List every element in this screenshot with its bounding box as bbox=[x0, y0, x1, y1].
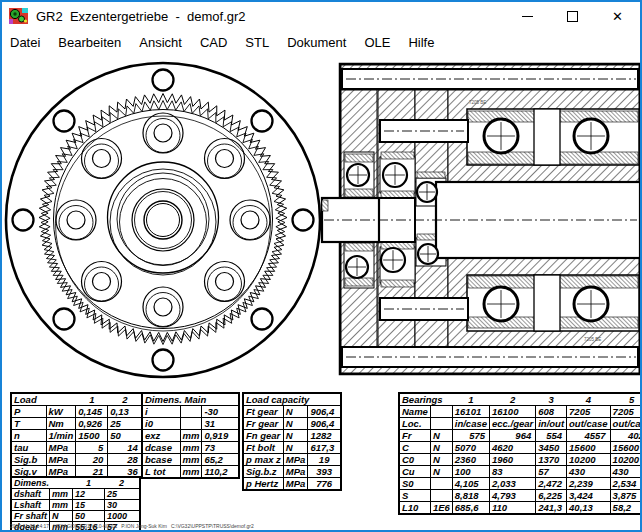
bearing-label-bottom: 7205 BE bbox=[584, 337, 601, 342]
table-row: C0N2360196013701020010200 bbox=[399, 454, 642, 466]
table-cell: 110,2 bbox=[202, 466, 239, 479]
table-cell: 16101 bbox=[452, 406, 489, 418]
table-row: CuN1008357430430 bbox=[399, 466, 642, 478]
table-cell: p max z bbox=[243, 454, 283, 466]
minimize-button[interactable] bbox=[505, 2, 550, 30]
table-header-cell: 2 bbox=[105, 477, 140, 489]
table-row: Ft boltN617,3 bbox=[243, 442, 341, 454]
table-cell: 1960 bbox=[490, 454, 536, 466]
front-view-drawing bbox=[6, 63, 320, 377]
menu-bar: Datei Bearbeiten Ansicht CAD STL Dokumen… bbox=[2, 30, 640, 54]
table-cell: 19 bbox=[308, 454, 341, 466]
table-cell: Fr gear bbox=[243, 418, 283, 430]
table-cell: 430 bbox=[567, 466, 611, 478]
menu-item-ole[interactable]: OLE bbox=[355, 35, 399, 50]
title-bar[interactable]: GR2 Exzentergetriebe - demof.gr2 ✕ bbox=[2, 2, 640, 30]
table-cell: 0,919 bbox=[202, 430, 239, 442]
section-view-drawing: 7205 BE 7205 BE bbox=[322, 64, 640, 374]
table-cell: mm bbox=[180, 430, 202, 442]
table-cell: L tot bbox=[142, 466, 180, 479]
table-cell: 2,033 bbox=[490, 478, 536, 490]
minimize-icon bbox=[522, 16, 533, 17]
table-cell: 1500 bbox=[76, 430, 108, 442]
maximize-button[interactable] bbox=[550, 2, 595, 30]
table-cell: 73 bbox=[202, 442, 239, 454]
window-controls: ✕ bbox=[505, 2, 640, 30]
table-cell: MPa bbox=[283, 478, 308, 491]
table-cell: 30 bbox=[105, 500, 140, 511]
table-row: Name161011610060872057205 bbox=[399, 406, 642, 418]
table-row: PkW0,1450,13 bbox=[11, 406, 143, 418]
table-cell: 906,4 bbox=[308, 418, 341, 430]
table-cell: 1000 bbox=[105, 511, 140, 522]
close-button[interactable]: ✕ bbox=[595, 2, 640, 30]
table-cell bbox=[430, 418, 452, 430]
table-cell: N bbox=[430, 454, 452, 466]
table-cell: Cu bbox=[399, 466, 430, 478]
table-cell: N bbox=[50, 511, 73, 522]
table-cell: 575 bbox=[452, 430, 489, 442]
menu-item-hilfe[interactable]: Hilfe bbox=[399, 35, 443, 50]
table-cell: MPa bbox=[283, 454, 308, 466]
table-cell: 964 bbox=[490, 430, 536, 442]
table-cell bbox=[430, 478, 452, 490]
table-cell: 7205 bbox=[610, 406, 642, 418]
table-cell: 65,2 bbox=[202, 454, 239, 466]
table-cell: 50 bbox=[73, 511, 105, 522]
maximize-icon bbox=[567, 11, 578, 22]
table-title: Dimens. bbox=[11, 477, 73, 489]
table-cell: mm bbox=[180, 454, 202, 466]
table-cell: mm bbox=[180, 442, 202, 454]
table-title: Load capacity bbox=[243, 393, 341, 406]
table-cell: 100 bbox=[452, 466, 489, 478]
table-cell: 393 bbox=[308, 466, 341, 478]
load-capacity-table: Load capacityFt gearN906,4Fr gearN906,4F… bbox=[242, 392, 342, 491]
table-cell: in/case bbox=[452, 418, 489, 430]
table-cell: 906,4 bbox=[308, 406, 341, 418]
table-row: Loc.in/caseecc./gearin/outout/caseout/ca… bbox=[399, 418, 642, 430]
table-cell: mm bbox=[180, 466, 202, 479]
table-cell: 0,13 bbox=[108, 406, 143, 418]
table-cell: Sig.b.z bbox=[243, 466, 283, 478]
table-cell: ecc./gear bbox=[490, 418, 536, 430]
table-row: CN5070462034501560015600 bbox=[399, 442, 642, 454]
table-cell: C bbox=[399, 442, 430, 454]
table-cell: 12 bbox=[73, 489, 105, 500]
table-cell: N bbox=[283, 406, 308, 418]
table-cell: dcase bbox=[142, 442, 180, 454]
table-cell: 31 bbox=[202, 418, 239, 430]
table-cell: 2,472 bbox=[536, 478, 567, 490]
table-cell: 2,239 bbox=[567, 478, 611, 490]
table-cell: 4,105 bbox=[452, 478, 489, 490]
table-row: Sig.b.zMPa393 bbox=[243, 466, 341, 478]
table-header-cell: 3 bbox=[536, 393, 567, 406]
table-header-cell: 4 bbox=[567, 393, 611, 406]
menu-item-cad[interactable]: CAD bbox=[191, 35, 236, 50]
menu-item-stl[interactable]: STL bbox=[236, 35, 278, 50]
menu-item-bearbeiten[interactable]: Bearbeiten bbox=[49, 35, 130, 50]
table-row: n1/min150050 bbox=[11, 430, 143, 442]
table-cell: Nm bbox=[46, 418, 76, 430]
table-cell: 776 bbox=[308, 478, 341, 491]
app-window: GR2 Exzentergetriebe - demof.gr2 ✕ Datei… bbox=[0, 0, 642, 532]
table-cell: 40,13 bbox=[567, 502, 611, 515]
table-header-cell: 2 bbox=[108, 393, 143, 406]
table-cell: N bbox=[430, 466, 452, 478]
table-cell: -30 bbox=[202, 406, 239, 418]
menu-item-dokument[interactable]: Dokument bbox=[278, 35, 355, 50]
table-cell: 16100 bbox=[490, 406, 536, 418]
table-cell bbox=[180, 406, 202, 418]
table-cell: Fn gear bbox=[243, 430, 283, 442]
table-cell: 6,225 bbox=[536, 490, 567, 502]
table-cell: N bbox=[283, 430, 308, 442]
bearing-label-top: 7205 BE bbox=[469, 100, 486, 105]
table-cell: dshaft bbox=[11, 489, 50, 500]
table-cell: 25 bbox=[105, 489, 140, 500]
menu-item-datei[interactable]: Datei bbox=[2, 35, 49, 50]
table-cell bbox=[430, 406, 452, 418]
table-row: tauMPa514 bbox=[11, 442, 143, 454]
table-cell: N bbox=[430, 430, 452, 442]
bearings-table: Bearings12345Name161011610060872057205Lo… bbox=[398, 392, 642, 515]
menu-item-ansicht[interactable]: Ansicht bbox=[130, 35, 191, 50]
table-cell: 685,6 bbox=[452, 502, 489, 515]
